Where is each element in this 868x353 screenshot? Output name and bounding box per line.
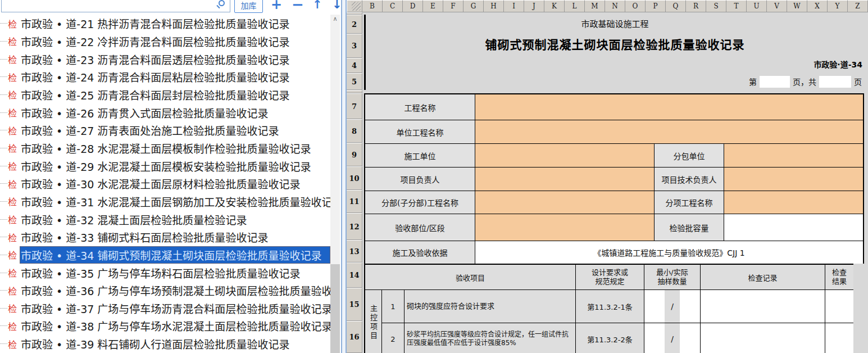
list-item-label: 市政验 • 道-35 广场与停车场料石面层检验批质量验收记录 — [20, 264, 330, 282]
sidebar-scrollbar[interactable]: ∧ — [330, 15, 340, 353]
column-header[interactable]: R — [686, 0, 706, 12]
unit-project-input[interactable] — [475, 120, 863, 143]
subcontract-unit-input[interactable] — [724, 144, 863, 167]
column-header[interactable]: K — [544, 0, 565, 12]
inspection-doc-icon: 检 — [8, 106, 17, 119]
tech-leader-input[interactable] — [724, 168, 863, 191]
list-item[interactable]: 检 市政验 • 道-34 铺砌式预制混凝土砌块面层检验批质量验收记录 — [0, 246, 330, 264]
column-header[interactable]: X — [807, 0, 828, 12]
row-header[interactable]: 9 — [347, 143, 362, 166]
column-header[interactable]: M — [585, 0, 605, 12]
row-header[interactable]: 15 — [347, 288, 362, 321]
column-header[interactable]: V — [767, 0, 787, 12]
column-header[interactable]: S — [706, 0, 726, 12]
construction-unit-input[interactable] — [475, 144, 655, 167]
row-header[interactable]: 3 — [347, 34, 362, 58]
move-up-icon[interactable]: ↑ — [312, 0, 322, 12]
column-header[interactable]: G — [463, 0, 484, 12]
page-total-input[interactable] — [819, 76, 851, 88]
column-header[interactable]: B — [362, 0, 383, 12]
column-header[interactable]: P — [646, 0, 666, 12]
add-library-button[interactable]: 加库 — [234, 0, 263, 13]
list-item[interactable]: 检 市政验 • 道-31 水泥混凝土面层钢筋加工及安装检验批质量验收记录 — [0, 193, 330, 211]
search-input[interactable] — [1, 0, 230, 12]
list-item[interactable]: 检 市政验 • 道-29 水泥混凝土面层模板安装检验批质量验收记录 — [0, 157, 330, 175]
move-down-icon[interactable]: ↓ — [332, 0, 341, 12]
column-header[interactable]: Z — [848, 0, 868, 12]
add-icon[interactable]: + — [271, 0, 282, 12]
row-header[interactable]: 12 — [347, 213, 362, 240]
row-header[interactable]: 4 — [347, 58, 362, 73]
page-middle-label: 页，共 — [793, 76, 816, 87]
column-header[interactable]: U — [747, 0, 767, 12]
column-header[interactable]: L — [565, 0, 585, 12]
inspection-doc-icon: 检 — [8, 337, 17, 351]
list-item[interactable]: 检 市政验 • 道-39 料石铺砌人行道面层检验批质量验收记录 — [0, 335, 330, 353]
select-all-corner[interactable] — [347, 0, 362, 12]
list-item[interactable]: 检 市政验 • 道-37 广场与停车场沥青混合料面层检验批质量验收记录 — [0, 300, 330, 318]
row-header[interactable]: 13 — [347, 240, 362, 263]
column-header[interactable]: D — [403, 0, 423, 12]
list-item[interactable]: 检 市政验 • 道-24 沥青混合料面层粘层检验批质量验收记录 — [0, 68, 330, 86]
list-item[interactable]: 检 市政验 • 道-27 沥青表面处治施工检验批质量验收记录 — [0, 121, 330, 139]
search-icon[interactable] — [219, 0, 225, 6]
column-header[interactable]: Y — [828, 0, 848, 12]
list-item-label: 市政验 • 道-21 热拌沥青混合料面层检验批质量验收记录 — [20, 15, 330, 32]
inspection-doc-icon: 检 — [8, 248, 17, 261]
sampling-cell[interactable]: / — [644, 290, 701, 323]
list-item[interactable]: 检 市政验 • 道-22 冷拌沥青混合料面层检验批质量验收记录 — [0, 33, 330, 51]
row-header[interactable]: 5 — [347, 73, 362, 90]
column-header[interactable]: J — [524, 0, 544, 12]
inspection-doc-icon: 检 — [8, 284, 17, 297]
column-header[interactable]: O — [625, 0, 646, 12]
check-result-cell[interactable] — [825, 323, 853, 353]
project-name-input[interactable] — [475, 94, 863, 120]
column-header-row: B C D E F G H I J K — [347, 0, 868, 12]
project-leader-input[interactable] — [475, 168, 655, 191]
column-header[interactable]: Q — [666, 0, 686, 12]
column-header[interactable]: H — [484, 0, 504, 12]
list-item-label: 市政验 • 道-24 沥青混合料面层粘层检验批质量验收记录 — [20, 68, 330, 85]
subitem-input[interactable] — [724, 191, 863, 214]
list-item[interactable]: 检 市政验 • 道-26 沥青贯入式面层检验批质量验收记录 — [0, 103, 330, 121]
sampling-cell[interactable]: / — [644, 323, 701, 353]
column-header[interactable]: E — [423, 0, 443, 12]
section-input[interactable] — [475, 214, 655, 241]
list-item-label: 市政验 • 道-31 水泥混凝土面层钢筋加工及安装检验批质量验收记录 — [20, 193, 330, 210]
row-header[interactable]: 10 — [347, 166, 362, 190]
row-header[interactable]: 7 — [347, 93, 362, 119]
list-item[interactable]: 检 市政验 • 道-32 混凝土面层检验批质量检验记录 — [0, 210, 330, 228]
page-current-input[interactable] — [760, 76, 790, 88]
check-record-cell[interactable] — [701, 290, 825, 323]
scrollbar-thumb[interactable] — [330, 264, 340, 353]
check-record-cell[interactable] — [701, 323, 825, 353]
column-header[interactable]: I — [504, 0, 524, 12]
column-header[interactable]: W — [787, 0, 807, 12]
check-result-cell[interactable] — [825, 290, 853, 323]
list-item[interactable]: 检 市政验 • 道-36 广场与停车场预制混凝土砌块面层检验批质量验收记录 — [0, 282, 330, 300]
row-header[interactable]: 14 — [347, 263, 362, 288]
row-header[interactable]: 2 — [347, 15, 362, 34]
scroll-up-icon[interactable]: ∧ — [330, 15, 340, 25]
list-item[interactable]: 检 市政验 • 道-28 水泥混凝土面层模板制作检验批质量验收记录 — [0, 139, 330, 157]
list-item[interactable]: 检 市政验 • 道-25 沥青混合料面层封层检验批质量验收记录 — [0, 86, 330, 104]
column-header[interactable]: T — [726, 0, 747, 12]
remove-icon[interactable]: − — [292, 0, 304, 12]
panel-divider[interactable] — [341, 0, 347, 353]
row-header[interactable]: 8 — [347, 119, 362, 143]
list-item[interactable]: 检 市政验 • 道-38 广场与停车场水泥混凝土面层检验批质量验收记录 — [0, 317, 330, 335]
division-input[interactable] — [475, 191, 655, 214]
column-header[interactable]: N — [605, 0, 625, 12]
row-header[interactable]: 16 — [347, 321, 362, 353]
column-header[interactable]: C — [383, 0, 403, 12]
list-item-label: 市政验 • 道-29 水泥混凝土面层模板安装检验批质量验收记录 — [20, 157, 330, 175]
batch-capacity-input[interactable] — [724, 214, 863, 241]
list-item[interactable]: 检 市政验 • 道-21 热拌沥青混合料面层检验批质量验收记录 — [0, 15, 330, 33]
list-item[interactable]: 检 市政验 • 道-35 广场与停车场料石面层检验批质量验收记录 — [0, 264, 330, 282]
list-item[interactable]: 检 市政验 • 道-30 水泥混凝土面层原材料检验批质量验收记录 — [0, 175, 330, 193]
basis-value[interactable]: 《城镇道路工程施工与质量验收规范》CJJ 1 — [475, 241, 863, 264]
row-header[interactable]: 11 — [347, 190, 362, 213]
list-item[interactable]: 检 市政验 • 道-23 沥青混合料面层透层检验批质量验收记录 — [0, 50, 330, 68]
column-header[interactable]: F — [443, 0, 463, 12]
list-item[interactable]: 检 市政验 • 道-33 铺砌式料石面层检验批质量验收记录 — [0, 228, 330, 246]
